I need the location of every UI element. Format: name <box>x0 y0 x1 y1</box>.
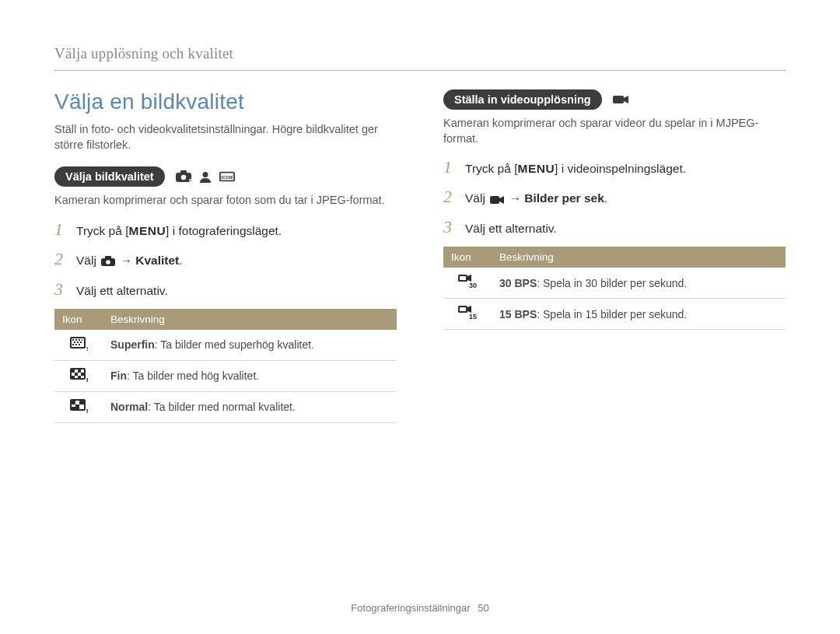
step-number: 1 <box>443 157 457 177</box>
content-columns: Välja en bildkvalitet Ställ in foto- och… <box>54 89 786 423</box>
th-icon: Ikon <box>443 247 492 268</box>
menu-button-label: MENU <box>128 224 166 237</box>
svg-text:SF: SF <box>86 345 88 352</box>
step-number: 2 <box>443 187 457 207</box>
svg-rect-15 <box>75 339 77 341</box>
th-icon: Ikon <box>54 309 103 330</box>
svg-rect-1 <box>180 170 187 174</box>
row-desc: : Ta bilder med superhög kvalitet. <box>155 338 314 351</box>
person-icon <box>198 170 213 183</box>
step-1: 1 Tryck på [MENU] i videoinspelningsläge… <box>443 157 786 177</box>
step-bold: Kvalitet <box>135 254 179 267</box>
step-text: Tryck på [ <box>76 224 128 237</box>
th-desc: Beskrivning <box>103 309 397 330</box>
mode-icons <box>613 93 628 106</box>
svg-rect-21 <box>72 344 74 345</box>
step-text: Välj <box>76 254 100 267</box>
intro-text: Ställ in foto- och videokvalitetsinställ… <box>54 122 397 152</box>
video-icon <box>613 93 628 106</box>
svg-point-2 <box>181 175 186 180</box>
svg-rect-14 <box>72 339 74 341</box>
svg-rect-47 <box>460 307 466 311</box>
svg-rect-32 <box>78 376 81 378</box>
step-text: Välj <box>465 191 488 205</box>
step-2: 2 Välj → Kvalitet. <box>54 249 397 270</box>
page-footer: Fotograferingsinställningar 50 <box>0 602 840 614</box>
step-text: ] i fotograferingsläget. <box>166 224 282 237</box>
step-3: 3 Välj ett alternativ. <box>54 279 397 299</box>
pill-video-resolution: Ställa in videoupplösning <box>443 89 602 110</box>
svg-text:15: 15 <box>469 313 477 321</box>
footer-section: Fotograferingsinställningar <box>351 602 470 614</box>
step-1: 1 Tryck på [MENU] i fotograferingsläget. <box>54 219 397 240</box>
svg-rect-19 <box>77 342 79 343</box>
svg-rect-30 <box>81 373 84 376</box>
arrow: → <box>509 191 524 205</box>
svg-text:F: F <box>86 377 88 383</box>
steps-list: 1 Tryck på [MENU] i fotograferingsläget.… <box>54 219 397 299</box>
quality-table: Ikon Beskrivning SF Superfin: Ta bilder … <box>54 309 397 423</box>
svg-text:30: 30 <box>469 282 477 289</box>
row-name: 30 BPS <box>499 277 537 289</box>
step-number: 3 <box>443 217 457 237</box>
svg-rect-28 <box>78 370 81 373</box>
fine-icon: F <box>69 367 88 383</box>
breadcrumb: Välja upplösning och kvalitet <box>54 45 786 71</box>
svg-rect-16 <box>79 339 80 341</box>
svg-rect-18 <box>74 342 75 343</box>
table-row: SF Superfin: Ta bilder med superhög kval… <box>54 330 397 361</box>
table-row: N Normal: Ta bilder med normal kvalitet. <box>54 391 397 422</box>
pill-image-quality: Välja bildkvalitet <box>54 166 165 187</box>
row-desc: : Spela in 30 bilder per sekund. <box>537 277 687 289</box>
normal-icon: N <box>69 398 88 414</box>
section-heading: Välja en bildkvalitet <box>54 89 397 114</box>
svg-rect-39 <box>72 407 75 409</box>
step-text: Välj ett alternativ. <box>465 222 557 236</box>
row-name: Superfin <box>110 338 155 351</box>
svg-rect-22 <box>75 344 77 345</box>
svg-rect-38 <box>75 405 79 409</box>
camera-icon <box>101 256 115 270</box>
svg-rect-41 <box>613 96 624 103</box>
superfine-icon: SF <box>69 336 88 352</box>
arrow: → <box>120 254 135 267</box>
step-text: . <box>604 191 607 205</box>
row-desc: : Ta bilder med normal kvalitet. <box>148 401 296 413</box>
svg-rect-44 <box>460 276 466 280</box>
svg-text:N: N <box>86 408 88 414</box>
step-number: 2 <box>54 249 68 269</box>
table-row: 30 30 BPS: Spela in 30 bilder per sekund… <box>443 268 786 299</box>
step-text: Tryck på [ <box>465 162 517 175</box>
subsection-header-row: Ställa in videoupplösning <box>443 89 786 110</box>
svg-rect-9 <box>105 256 111 259</box>
table-row: F Fin: Ta bilder med hög kvalitet. <box>54 360 397 391</box>
step-2: 2 Välj → Bilder per sek. <box>443 187 786 208</box>
right-column: Ställa in videoupplösning Kameran kompri… <box>443 89 786 423</box>
step-text: ] i videoinspelningsläget. <box>555 162 686 175</box>
row-desc: : Ta bilder med hög kvalitet. <box>127 370 259 382</box>
svg-point-10 <box>106 260 110 264</box>
row-name: 15 BPS <box>499 308 537 321</box>
scene-icon: SCENE <box>219 170 235 183</box>
fps30-icon: 30 <box>458 274 477 289</box>
video-icon <box>490 194 504 208</box>
row-name: Normal <box>110 401 148 413</box>
svg-rect-27 <box>72 370 75 373</box>
row-desc: : Spela in 15 bilder per sekund. <box>537 308 687 321</box>
row-name: Fin <box>110 370 127 382</box>
th-desc: Beskrivning <box>492 247 786 268</box>
svg-rect-17 <box>82 339 82 341</box>
svg-rect-29 <box>75 373 78 376</box>
svg-text:SCENE: SCENE <box>221 176 233 180</box>
sub-description: Kameran komprimerar och sparar foton som… <box>54 193 397 208</box>
step-text: Välj ett alternativ. <box>76 284 168 298</box>
menu-button-label: MENU <box>517 162 555 175</box>
page-number: 50 <box>478 602 488 614</box>
table-row: 15 15 BPS: Spela in 15 bilder per sekund… <box>443 299 786 330</box>
step-bold: Bilder per sek <box>524 191 604 205</box>
svg-rect-23 <box>79 344 80 345</box>
left-column: Välja en bildkvalitet Ställ in foto- och… <box>54 89 397 423</box>
subsection-header-row: Välja bildkvalitet P SCENE <box>54 166 397 187</box>
svg-rect-31 <box>72 376 75 378</box>
svg-text:P: P <box>189 178 191 183</box>
